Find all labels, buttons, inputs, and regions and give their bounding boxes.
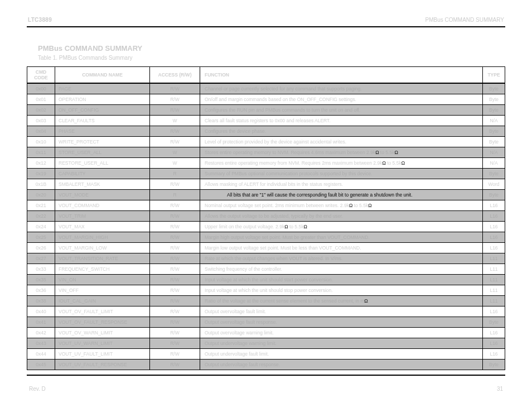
cell-function: Ratio of the voltage at the current sens… [200,296,483,306]
cell-access: R/W [150,200,200,211]
cell-access: R/W [150,338,200,349]
cell-cmd-code: 0x19 [27,169,55,179]
table-row: 0x1BSMBALERT_MASKR/WAllows masking of AL… [27,179,505,190]
cell-type: Byte [483,126,505,137]
cell-function: Stores entire operating memory to NVM. R… [200,147,483,158]
cell-access: W [150,158,200,169]
cell-type: N/A [483,147,505,158]
cell-cmd-code: 0x03 [27,116,55,126]
cell-command-name: STORE_USER_ALL [55,147,150,158]
cell-access: R/W [150,222,200,232]
bottom-divider [27,375,505,376]
col-cmd-code: CMD CODE [27,67,55,84]
cell-access: R/W [150,306,200,317]
col-type: TYPE [483,67,505,84]
cell-command-name: RESTORE_USER_ALL [55,158,150,169]
cell-type: Byte [483,317,505,328]
cell-function: Allows masking of ALERT for individual b… [200,179,483,190]
header-section-label: PMBus COMMAND SUMMARY [425,17,505,23]
page-header: LTC3889 PMBus COMMAND SUMMARY [27,17,505,26]
cell-type: L11 [483,253,505,264]
table-row: 0x45VOUT_UV_FAULT_RESPONSER/WOutput unde… [27,360,505,370]
cell-cmd-code: 0x12 [27,158,55,169]
cell-type: Byte [483,137,505,147]
cell-function: Output overvoltage fault limit. [200,306,483,317]
cell-cmd-code: 0x44 [27,349,55,360]
cell-command-name: CLEAR_FAULTS [55,116,150,126]
cell-command-name: VOUT_UV_WARN_LIMIT [55,338,150,349]
cell-access: W [150,116,200,126]
cell-function: All bits that are "1" will cause the cor… [200,190,483,200]
table-row: 0x04PHASER/WConfigures the device phase.… [27,126,505,137]
cell-function: Configures the RUN pin and PMBus command… [200,105,483,116]
section-title: PMBus COMMAND SUMMARY [38,44,505,52]
cell-cmd-code: 0x45 [27,360,55,370]
cell-access: R [150,190,200,200]
cell-cmd-code: 0x10 [27,137,55,147]
cell-access: W [150,147,200,158]
cell-function: Level of protection provided by the devi… [200,137,483,147]
table-row: 0x02ON_OFF_CONFIGR/WConfigures the RUN p… [27,105,505,116]
top-divider [27,26,505,27]
cell-access: R [150,169,200,179]
table-row: 0x10WRITE_PROTECTR/WLevel of protection … [27,137,505,147]
cell-cmd-code: 0x24 [27,222,55,232]
cell-cmd-code: 0x20 [27,190,55,200]
cell-cmd-code: 0x43 [27,338,55,349]
cell-command-name: VOUT_OV_WARN_LIMIT [55,328,150,338]
cell-command-name: VOUT_TRANSITION_RATE [55,253,150,264]
cell-type: L16 [483,349,505,360]
cell-access: R/W [150,275,200,285]
cell-cmd-code: 0x00 [27,83,55,94]
table-header-row: CMD CODE COMMAND NAME ACCESS (R/W) FUNCT… [27,67,505,84]
table-row: 0x40VOUT_OV_FAULT_LIMITR/WOutput overvol… [27,306,505,317]
cell-access: R/W [150,296,200,306]
cell-access: R/W [150,243,200,253]
cell-cmd-code: 0x27 [27,253,55,264]
cell-type: L16 [483,328,505,338]
cell-type: L16 [483,243,505,253]
cell-command-name: VOUT_MODE [55,190,150,200]
cell-function: Input voltage at which the unit should s… [200,275,483,285]
table-row: 0x25VOUT_MARGIN_HIGHR/WMargin high outpu… [27,232,505,243]
table-row: 0x33FREQUENCY_SWITCHR/WSwitching frequen… [27,264,505,275]
table-row: 0x26VOUT_MARGIN_LOWR/WMargin low output … [27,243,505,253]
cell-type: L16 [483,338,505,349]
cell-function: Rate at which the output changes when VO… [200,253,483,264]
cell-access: R/W [150,317,200,328]
cell-type: L16 [483,200,505,211]
cell-command-name: VOUT_MAX [55,222,150,232]
table-row: 0x27VOUT_TRANSITION_RATER/WRate at which… [27,253,505,264]
cell-function: Upper limit on the output voltage. 2.9kΩ… [200,222,483,232]
table-row: 0x35VIN_ONR/WInput voltage at which the … [27,275,505,285]
cell-cmd-code: 0x26 [27,243,55,253]
footer-revision: Rev. D [29,386,46,392]
cell-command-name: IOUT_CAL_GAIN [55,296,150,306]
cell-type: Byte [483,190,505,200]
cell-function: Clears all fault status registers to 0x0… [200,116,483,126]
cell-cmd-code: 0x01 [27,94,55,105]
table-row: 0x12RESTORE_USER_ALLWRestores entire ope… [27,158,505,169]
cell-type: L11 [483,296,505,306]
table-row: 0x38IOUT_CAL_GAINR/WRatio of the voltage… [27,296,505,306]
table-row: 0x43VOUT_UV_WARN_LIMITR/WOutput undervol… [27,338,505,349]
col-function: FUNCTION [200,67,483,84]
table-row: 0x20VOUT_MODERAll bits that are "1" will… [27,190,505,200]
cell-command-name: SMBALERT_MASK [55,179,150,190]
cell-type: N/A [483,158,505,169]
cell-command-name: VOUT_OV_FAULT_LIMIT [55,306,150,317]
cell-function: Margin high output voltage set point. Mu… [200,232,483,243]
cell-command-name: VOUT_OV_FAULT_RESPONSE [55,317,150,328]
cell-function: Restores entire operating memory from NV… [200,158,483,169]
cell-function: Switching frequency of the controller. [200,264,483,275]
cell-command-name: VIN_ON [55,275,150,285]
cell-cmd-code: 0x41 [27,317,55,328]
table-row: 0x42VOUT_OV_WARN_LIMITR/WOutput overvolt… [27,328,505,338]
header-part-number: LTC3889 [28,17,52,23]
cell-function: Output overvoltage fault response. [200,317,483,328]
cell-command-name: VOUT_MARGIN_LOW [55,243,150,253]
cell-type: Byte [483,360,505,370]
cell-type: Byte [483,94,505,105]
cell-command-name: VOUT_UV_FAULT_RESPONSE [55,360,150,370]
section-subtitle: Table 1. PMBus Commands Summary [38,55,505,61]
